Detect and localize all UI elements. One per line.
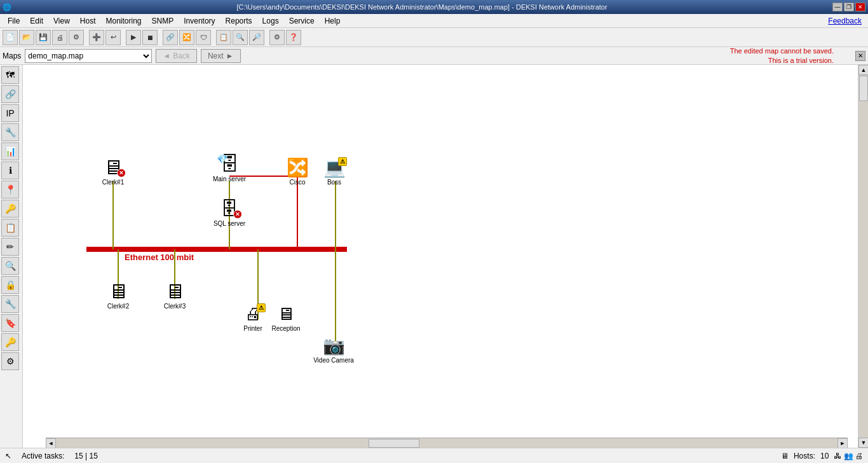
tb-add[interactable]: ➕	[89, 30, 104, 45]
menu-file[interactable]: File	[3, 15, 25, 27]
node-clerk2[interactable]: 🖥 Clerk#2	[98, 281, 139, 310]
close-warning-button[interactable]: ✕	[855, 51, 865, 61]
tb-shield[interactable]: 🛡	[196, 30, 211, 45]
tb-new[interactable]: 📄	[3, 30, 18, 45]
map-selector[interactable]: demo_map.map	[25, 49, 152, 63]
sidebar-btn-lock[interactable]: 🔒	[1, 276, 19, 294]
sidebar-btn-search[interactable]: 🔍	[1, 257, 19, 275]
sidebar-btn-stats[interactable]: 📊	[1, 142, 19, 160]
boss-warn-badge: ⚠	[338, 157, 347, 166]
tb-route[interactable]: 🔀	[179, 30, 194, 45]
scroll-down-button[interactable]: ▼	[858, 438, 868, 448]
menu-host[interactable]: Host	[75, 15, 101, 27]
tb-undo[interactable]: ↩	[105, 30, 121, 45]
active-tasks-value: 15 | 15	[74, 452, 98, 460]
node-clerk1[interactable]: 🖥 ✕ Clerk#1	[93, 157, 133, 186]
back-button[interactable]: ◄ Back	[156, 49, 197, 63]
tb-config[interactable]: ⚙	[269, 30, 285, 45]
menu-inventory[interactable]: Inventory	[179, 15, 220, 27]
clerk1-error-badge: ✕	[117, 169, 126, 177]
clerk2-label: Clerk#2	[107, 303, 129, 310]
menu-view[interactable]: View	[48, 15, 75, 27]
bottom-scrollbar[interactable]: ◄ ►	[46, 438, 848, 448]
node-boss[interactable]: 💻 ⚠ Boss	[314, 157, 355, 186]
sidebar-btn-configure[interactable]: ⚙	[1, 352, 19, 370]
menu-monitoring[interactable]: Monitoring	[101, 15, 147, 27]
mainserver-icon: 🗄 💎	[217, 154, 242, 174]
vscroll-track[interactable]	[858, 75, 868, 438]
sidebar-btn-secure[interactable]: 🔑	[1, 333, 19, 351]
menu-snmp[interactable]: SNMP	[147, 15, 179, 27]
printer-warn-badge: ⚠	[257, 303, 266, 312]
node-clerk3[interactable]: 🖥 Clerk#3	[154, 281, 195, 310]
sqlserver-error-badge: ✕	[233, 210, 242, 219]
clerk1-label: Clerk#1	[102, 179, 124, 186]
sidebar-btn-edit[interactable]: ✏	[1, 238, 19, 256]
tb-run[interactable]: ▶	[126, 30, 141, 45]
videocam-label: Video Camera	[313, 357, 354, 364]
tb-clipboard[interactable]: 📋	[216, 30, 231, 45]
hosts-label: Hosts:	[794, 452, 815, 460]
sidebar-btn-clipboard[interactable]: 📋	[1, 219, 19, 237]
clerk3-icon: 🖥	[162, 281, 187, 301]
node-cisco[interactable]: 🔀 Cisco	[277, 157, 318, 186]
menubar: File Edit View Host Monitoring SNMP Inve…	[0, 14, 868, 28]
videocam-icon: 📷	[321, 335, 346, 356]
next-button[interactable]: Next ►	[201, 49, 241, 63]
canvas-area[interactable]: Ethernet 100 mbit 🖥 ✕ Clerk#1 🗄 💎 Main s…	[23, 65, 858, 448]
reception-icon: 🖥	[273, 303, 299, 324]
node-videocam[interactable]: 📷 Video Camera	[313, 335, 354, 364]
clerk2-icon: 🖥	[105, 281, 131, 301]
boss-label: Boss	[327, 179, 341, 186]
node-sqlserver[interactable]: 🗄 ✕ SQL server	[209, 198, 250, 227]
printer-label: Printer	[243, 325, 262, 332]
sidebar: 🗺 🔗 IP 🔧 📊 ℹ 📍 🔑 📋 ✏ 🔍 🔒 🔧 🔖 🔑 ⚙	[0, 65, 23, 448]
sidebar-btn-map[interactable]: 🗺	[1, 66, 19, 84]
sqlserver-icon: 🗄 ✕	[217, 198, 242, 219]
trial-warning: The edited map cannot be saved. This is …	[730, 46, 851, 65]
statusbar-right: 🖥 Hosts: 10 🖧 👥 🖨	[781, 452, 863, 460]
scroll-thumb[interactable]	[369, 439, 419, 448]
tb-zoomin[interactable]: 🔍	[233, 30, 248, 45]
menu-service[interactable]: Service	[284, 15, 320, 27]
tb-open[interactable]: 📂	[19, 30, 34, 45]
sidebar-btn-wrench[interactable]: 🔧	[1, 295, 19, 313]
printer-icon: 🖨 ⚠	[240, 303, 266, 324]
scroll-up-button[interactable]: ▲	[858, 65, 868, 75]
computer-icon: 🖥	[781, 452, 789, 460]
sidebar-btn-bookmark[interactable]: 🔖	[1, 314, 19, 332]
menu-edit[interactable]: Edit	[25, 15, 48, 27]
feedback-link[interactable]: Feedback	[828, 17, 865, 25]
sidebar-btn-location[interactable]: 📍	[1, 181, 19, 198]
tb-link[interactable]: 🔗	[163, 30, 178, 45]
minimize-button[interactable]: —	[832, 3, 843, 11]
scroll-right-button[interactable]: ►	[837, 438, 848, 448]
titlebar-title: [C:\Users\andy\Documents\DEKSI\DEKSI Net…	[236, 3, 607, 11]
right-scrollbar[interactable]: ▲ ▼	[858, 65, 868, 448]
scroll-left-button[interactable]: ◄	[46, 438, 56, 448]
tb-stop[interactable]: ⏹	[142, 30, 158, 45]
close-button[interactable]: ✕	[855, 3, 865, 11]
sidebar-btn-info[interactable]: ℹ	[1, 162, 19, 179]
sidebar-btn-key[interactable]: 🔑	[1, 200, 19, 218]
tb-settings[interactable]: ⚙	[69, 30, 84, 45]
sidebar-btn-ip[interactable]: IP	[1, 104, 19, 122]
toolbar: 📄 📂 💾 🖨 ⚙ ➕ ↩ ▶ ⏹ 🔗 🔀 🛡 📋 🔍 🔎 ⚙ ❓	[0, 28, 868, 47]
restore-button[interactable]: ❐	[844, 3, 854, 11]
scroll-track[interactable]	[56, 438, 837, 448]
sidebar-btn-tools[interactable]: 🔧	[1, 123, 19, 141]
node-mainserver[interactable]: 🗄 💎 Main server	[209, 154, 250, 183]
tb-help[interactable]: ❓	[286, 30, 301, 45]
menu-logs[interactable]: Logs	[257, 15, 284, 27]
vscroll-thumb[interactable]	[859, 76, 868, 101]
node-reception[interactable]: 🖥 Reception	[266, 303, 306, 332]
tb-zoomout[interactable]: 🔎	[249, 30, 264, 45]
statusbar-icons: 🖧 👥 🖨	[834, 452, 863, 460]
tb-save[interactable]: 💾	[36, 30, 51, 45]
sidebar-btn-network[interactable]: 🔗	[1, 85, 19, 103]
menu-reports[interactable]: Reports	[220, 15, 257, 27]
active-tasks-label: Active tasks:	[22, 452, 64, 460]
tb-print[interactable]: 🖨	[52, 30, 67, 45]
hosts-value: 10	[820, 452, 829, 460]
menu-help[interactable]: Help	[320, 15, 346, 27]
